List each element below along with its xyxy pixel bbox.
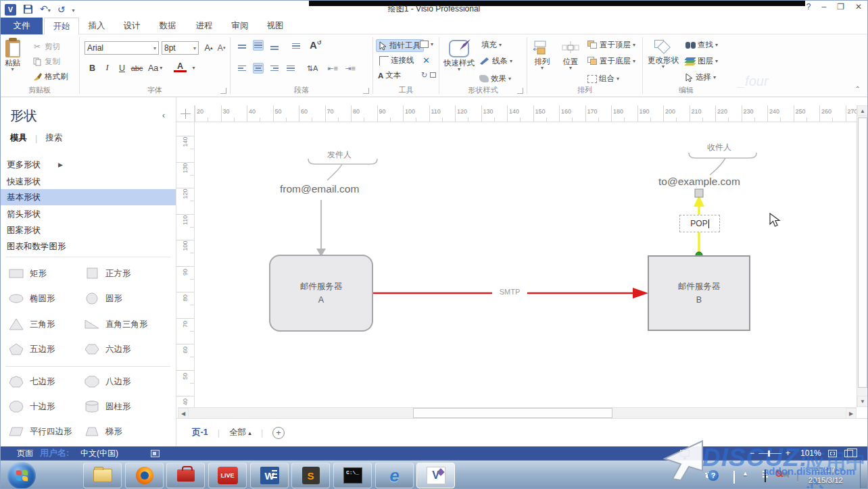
horizontal-scroll-thumb[interactable] — [413, 408, 612, 418]
shrink-font-button[interactable]: A▾ — [215, 41, 228, 54]
close-button[interactable]: ✕ — [855, 2, 862, 11]
align-button[interactable]: 排列▾ — [529, 40, 555, 70]
recipient-email-text[interactable]: to@example.com — [658, 176, 740, 188]
text-direction-icon[interactable]: ⇅A — [307, 63, 318, 74]
align-middle-icon[interactable] — [253, 40, 264, 51]
connection-point-button[interactable]: ✕ — [423, 55, 430, 66]
justify-icon[interactable] — [285, 63, 296, 74]
start-button[interactable] — [7, 462, 36, 489]
status-language[interactable]: 中文(中国) — [80, 446, 118, 460]
tab-stencils[interactable]: 模具 — [10, 132, 27, 144]
collapse-ribbon-button[interactable]: ⌃ — [855, 85, 861, 93]
connector-end-handle[interactable] — [695, 189, 703, 197]
zoom-in-button[interactable]: + — [786, 448, 790, 458]
zoom-slider[interactable] — [758, 453, 781, 454]
shape-trapezoid[interactable]: 梯形 — [83, 423, 122, 440]
bullets-icon[interactable] — [291, 41, 302, 51]
status-page-indicator[interactable]: 页面 — [17, 446, 33, 460]
taskbar-firefox[interactable] — [125, 463, 164, 488]
zoom-out-button[interactable]: − — [750, 448, 754, 458]
change-case-button[interactable]: Aa▾ — [148, 61, 162, 74]
taskbar-word[interactable]: W — [250, 463, 289, 488]
font-size-combo[interactable]: 8pt▾ — [162, 41, 199, 55]
smtp-label[interactable]: SMTP — [492, 288, 527, 296]
align-right-icon[interactable] — [269, 63, 280, 74]
send-to-back-button[interactable]: 置于底层▾ — [587, 56, 635, 66]
pointer-tool-button[interactable]: 指针工具 — [376, 39, 424, 52]
tray-help-icon[interactable]: ? — [708, 470, 719, 481]
presentation-mode-icon[interactable] — [680, 446, 690, 460]
tab-home[interactable]: 开始 — [44, 18, 79, 34]
text-tool-button[interactable]: A文本 — [378, 70, 401, 80]
page-tab-1[interactable]: 页-1 — [192, 427, 208, 438]
font-color-caret[interactable]: ▾ — [187, 61, 200, 74]
show-desktop-button[interactable] — [860, 461, 867, 489]
format-painter-button[interactable]: 格式刷 — [32, 71, 68, 82]
recipient-brace[interactable] — [689, 153, 756, 158]
visio-logo-icon[interactable]: V — [5, 4, 16, 16]
zoom-slider-thumb[interactable] — [768, 451, 770, 457]
tab-review[interactable]: 审阅 — [224, 18, 256, 34]
effects-button[interactable]: 效果▾ — [479, 74, 511, 84]
shape-heptagon[interactable]: 七边形 — [7, 373, 55, 390]
scroll-up-button[interactable]: ▲ — [857, 105, 868, 116]
shape-ellipse[interactable]: 椭圆形 — [7, 290, 55, 307]
sender-email-text[interactable]: from@email.com — [280, 183, 359, 195]
group-button[interactable]: 组合▾ — [587, 74, 619, 84]
shape-decagon[interactable]: 十边形 — [7, 398, 55, 415]
copy-button[interactable]: 复制 — [32, 56, 60, 67]
shape-hexagon[interactable]: 六边形 — [83, 340, 131, 358]
all-pages-button[interactable]: 全部 ▴ — [229, 427, 251, 438]
quick-styles-button[interactable]: 快速样式▾ — [441, 40, 477, 72]
increase-indent-icon[interactable]: ⇥≡ — [345, 63, 356, 74]
taskbar-cmd[interactable]: C:\_ — [333, 463, 372, 488]
taskbar-clock[interactable]: 17:17 2015/3/12 — [809, 464, 843, 486]
align-top-icon[interactable] — [237, 41, 247, 52]
qat-customize-button[interactable]: ▾ — [72, 4, 74, 16]
position-button[interactable]: 位置▾ — [558, 40, 583, 70]
cut-button[interactable]: ✂剪切 — [32, 41, 60, 52]
shape-rectangle[interactable]: 矩形 — [7, 265, 47, 282]
free-rotate-button[interactable]: ↻ — [421, 70, 436, 80]
grow-font-button[interactable]: A▴ — [202, 41, 215, 54]
bold-button[interactable]: B — [86, 61, 99, 74]
tab-data[interactable]: 数据 — [151, 18, 185, 34]
category-basic-shapes[interactable]: 基本形状 — [1, 189, 176, 205]
category-quick-shapes[interactable]: 快速形状 — [1, 174, 176, 190]
help-button[interactable]: ? — [806, 2, 811, 11]
font-color-button[interactable]: A — [174, 61, 187, 72]
bring-to-front-button[interactable]: 置于顶层▾ — [587, 40, 635, 50]
strikethrough-button[interactable]: abc — [130, 61, 143, 74]
taskbar-sublime[interactable]: S — [291, 463, 330, 488]
underline-button[interactable]: U — [116, 61, 128, 74]
scroll-down-button[interactable]: ▼ — [857, 396, 868, 407]
paste-button[interactable]: 粘贴▾ — [5, 40, 20, 72]
vertical-scroll-thumb[interactable] — [858, 118, 867, 388]
tab-view[interactable]: 视图 — [259, 18, 291, 34]
taskbar-toolbox[interactable] — [166, 463, 205, 488]
category-more-shapes[interactable]: 更多形状▶ — [1, 157, 176, 173]
taskbar-explorer[interactable] — [83, 463, 122, 488]
shape-circle[interactable]: 圆形 — [83, 290, 122, 307]
text-rotate-icon[interactable]: A↺ — [310, 39, 322, 51]
tab-file[interactable]: 文件 — [1, 18, 43, 34]
shape-parallelogram[interactable]: 平行四边形 — [7, 423, 72, 440]
line-button[interactable]: 线条▾ — [479, 56, 512, 66]
shape-triangle[interactable]: 三角形 — [7, 315, 55, 333]
taskbar-visio-active[interactable]: V — [416, 463, 455, 488]
shape-styles-dialog-launcher[interactable] — [517, 88, 523, 94]
decrease-indent-icon[interactable]: ⇤≡ — [327, 63, 338, 74]
scroll-left-button[interactable]: ◀ — [178, 408, 189, 419]
taskbar-live[interactable]: LIVE — [208, 463, 247, 488]
sender-label[interactable]: 发件人 — [327, 149, 352, 161]
redo-button[interactable]: ↺ — [57, 5, 66, 14]
shape-cylinder[interactable]: 圆柱形 — [83, 398, 131, 415]
category-pattern-shapes[interactable]: 图案形状 — [1, 222, 176, 238]
restore-button[interactable]: ❐ — [837, 2, 844, 11]
collapse-panel-icon[interactable]: ‹ — [162, 111, 165, 120]
select-button[interactable]: 选择▾ — [685, 72, 716, 82]
category-arrow-shapes[interactable]: 箭头形状 — [1, 206, 176, 222]
fill-button[interactable]: 填充▾ — [479, 40, 502, 50]
mail-server-a-shape[interactable]: 邮件服务器 A — [269, 255, 373, 332]
tray-show-hidden-icons[interactable]: ▲ — [742, 470, 748, 477]
